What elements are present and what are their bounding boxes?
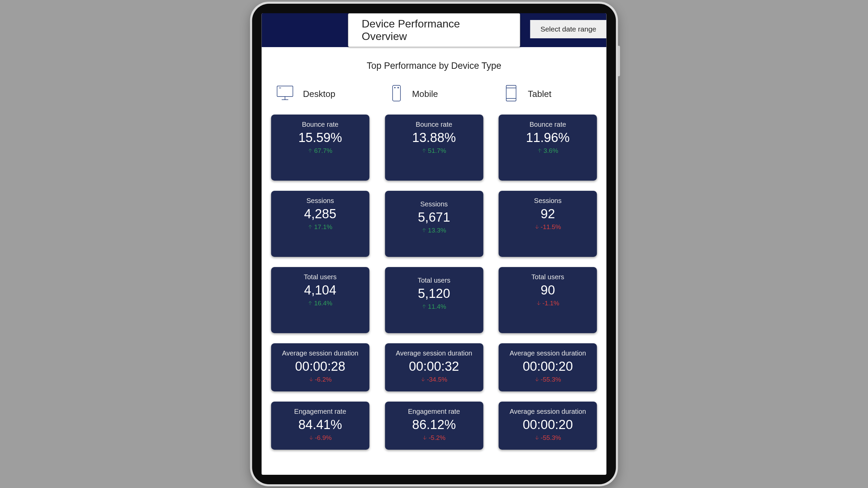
- metric-card: Average session duration 00:00:32 🡣-34.5…: [385, 343, 483, 391]
- card-delta: 🡣-11.5%: [535, 223, 561, 231]
- column-label: Tablet: [528, 89, 551, 99]
- card-delta: 🡡67.7%: [308, 147, 332, 155]
- card-value: 84.41%: [275, 418, 365, 432]
- metric-card: Bounce rate 13.88% 🡡51.7%: [385, 115, 483, 181]
- metric-card: Sessions 5,671 🡡13.3%: [385, 191, 483, 257]
- arrow-down-icon: 🡣: [535, 224, 539, 230]
- desktop-icon: [275, 83, 295, 104]
- date-range-button[interactable]: Select date range: [530, 20, 607, 38]
- card-value: 5,120: [389, 286, 479, 301]
- metric-card: Sessions 4,285 🡡17.1%: [271, 191, 369, 257]
- arrow-up-icon: 🡡: [537, 148, 542, 154]
- card-value: 86.12%: [389, 418, 479, 432]
- metric-card: Average session duration 00:00:28 🡣-6.2%: [271, 343, 369, 391]
- card-value: 4,104: [275, 283, 365, 298]
- arrow-down-icon: 🡣: [535, 377, 539, 382]
- metric-card: Total users 4,104 🡡16.4%: [271, 267, 369, 333]
- metric-card: Bounce rate 11.96% 🡡3.6%: [499, 115, 597, 181]
- svg-rect-4: [393, 85, 400, 101]
- card-value: 00:00:32: [389, 359, 479, 374]
- arrow-down-icon: 🡣: [535, 435, 539, 441]
- card-label: Bounce rate: [389, 121, 479, 128]
- card-label: Total users: [389, 277, 479, 284]
- tablet-icon: [503, 83, 520, 104]
- metric-card: Bounce rate 15.59% 🡡67.7%: [271, 115, 369, 181]
- arrow-down-icon: 🡣: [309, 377, 314, 382]
- card-delta: 🡣-6.9%: [309, 434, 332, 442]
- card-value: 92: [503, 207, 593, 221]
- arrow-down-icon: 🡣: [309, 435, 314, 441]
- card-label: Sessions: [503, 197, 593, 205]
- tablet-bezel: Device Performance Overview Select date …: [252, 4, 616, 484]
- metric-card: Engagement rate 84.41% 🡣-6.9%: [271, 402, 369, 450]
- card-delta: 🡣-34.5%: [421, 376, 447, 383]
- svg-point-5: [398, 87, 399, 88]
- card-value: 00:00:20: [503, 359, 593, 374]
- arrow-up-icon: 🡡: [308, 224, 313, 230]
- card-value: 90: [503, 283, 593, 298]
- metric-card: Average session duration 00:00:20 🡣-55.3…: [499, 343, 597, 391]
- header-bar: Device Performance Overview Select date …: [262, 13, 607, 47]
- card-value: 11.96%: [503, 130, 593, 145]
- card-label: Average session duration: [503, 408, 593, 415]
- screen: Device Performance Overview Select date …: [262, 13, 607, 475]
- arrow-up-icon: 🡡: [422, 228, 427, 233]
- card-delta: 🡡51.7%: [422, 147, 446, 155]
- svg-rect-0: [277, 86, 293, 97]
- metric-card: Total users 90 🡣-1.1%: [499, 267, 597, 333]
- svg-rect-7: [506, 85, 516, 101]
- arrow-up-icon: 🡡: [308, 148, 313, 154]
- column-header-tablet: Tablet: [493, 83, 603, 104]
- arrow-down-icon: 🡣: [422, 435, 427, 441]
- card-value: 00:00:20: [503, 418, 593, 432]
- card-label: Average session duration: [275, 349, 365, 357]
- arrow-up-icon: 🡡: [308, 301, 313, 306]
- page-title: Device Performance Overview: [348, 13, 520, 47]
- card-label: Sessions: [389, 200, 479, 208]
- arrow-down-icon: 🡣: [536, 301, 541, 306]
- column-label: Desktop: [303, 89, 335, 99]
- column-tablet: Tablet Bounce rate 11.96% 🡡3.6% Sessions…: [493, 83, 603, 460]
- card-delta: 🡡11.4%: [422, 303, 446, 310]
- card-label: Sessions: [275, 197, 365, 205]
- card-delta: 🡡17.1%: [308, 223, 332, 231]
- metric-card: Total users 5,120 🡡11.4%: [385, 267, 483, 333]
- card-value: 4,285: [275, 207, 365, 221]
- card-value: 5,671: [389, 210, 479, 225]
- card-label: Average session duration: [503, 349, 593, 357]
- metric-card: Engagement rate 86.12% 🡣-5.2%: [385, 402, 483, 450]
- card-label: Total users: [503, 273, 593, 281]
- card-label: Engagement rate: [275, 408, 365, 415]
- section-title: Top Performance by Device Type: [265, 61, 603, 71]
- card-label: Total users: [275, 273, 365, 281]
- arrow-up-icon: 🡡: [422, 304, 427, 309]
- card-label: Average session duration: [389, 349, 479, 357]
- metric-card: Average session duration 00:00:20 🡣-55.3…: [499, 402, 597, 450]
- card-label: Engagement rate: [389, 408, 479, 415]
- card-label: Bounce rate: [275, 121, 365, 128]
- card-value: 13.88%: [389, 130, 479, 145]
- card-delta: 🡡16.4%: [308, 300, 332, 307]
- card-label: Bounce rate: [503, 121, 593, 128]
- device-columns: Desktop Bounce rate 15.59% 🡡67.7% Sessio…: [265, 83, 603, 460]
- column-header-desktop: Desktop: [265, 83, 376, 104]
- card-delta: 🡣-6.2%: [309, 376, 332, 383]
- card-delta: 🡣-55.3%: [535, 376, 561, 383]
- card-delta: 🡡13.3%: [422, 227, 446, 234]
- column-header-mobile: Mobile: [379, 83, 489, 104]
- column-mobile: Mobile Bounce rate 13.88% 🡡51.7% Session…: [379, 83, 489, 460]
- tablet-side-button: [618, 46, 620, 76]
- card-delta: 🡣-55.3%: [535, 434, 561, 442]
- card-delta: 🡡3.6%: [537, 147, 558, 155]
- card-value: 15.59%: [275, 130, 365, 145]
- tablet-frame: Device Performance Overview Select date …: [250, 2, 618, 486]
- card-value: 00:00:28: [275, 359, 365, 374]
- mobile-icon: [389, 83, 404, 104]
- card-delta: 🡣-5.2%: [422, 434, 446, 442]
- svg-point-6: [394, 87, 395, 88]
- metric-card: Sessions 92 🡣-11.5%: [499, 191, 597, 257]
- column-desktop: Desktop Bounce rate 15.59% 🡡67.7% Sessio…: [265, 83, 376, 460]
- arrow-up-icon: 🡡: [422, 148, 427, 154]
- content-area: Top Performance by Device Type: [262, 47, 607, 475]
- column-label: Mobile: [412, 89, 438, 99]
